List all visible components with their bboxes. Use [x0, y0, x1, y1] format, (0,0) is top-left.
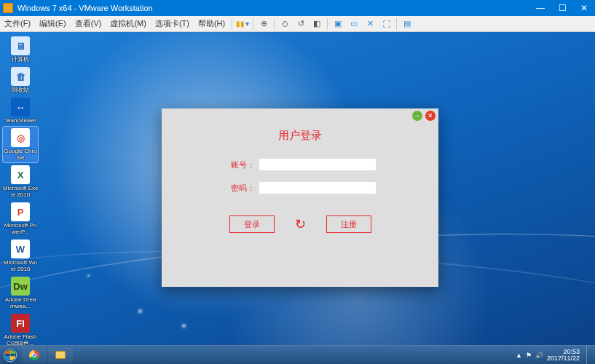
vm-unity-icon[interactable]: ▭	[348, 18, 360, 30]
desktop-icon[interactable]: DwAdobe Dreamwea...	[3, 275, 38, 311]
desktop-icon-label: TeamViewer	[4, 117, 36, 124]
vmware-titlebar: Windows 7 x64 - VMware Workstation — ☐ ✕	[0, 0, 595, 16]
menu-tabs[interactable]: 选项卡(T)	[151, 16, 194, 31]
desktop-icon[interactable]: FlAdobe Flash CS5绿色...	[3, 312, 38, 348]
vm-pause-icon[interactable]: ▮▮▾	[237, 18, 248, 30]
wallpaper-dot	[182, 324, 186, 328]
tray-date: 2017/11/22	[547, 355, 580, 362]
vm-snapshot-revert-icon[interactable]: ↺	[295, 18, 307, 30]
vmware-window-title: Windows 7 x64 - VMware Workstation	[16, 4, 529, 12]
desktop-icon[interactable]: ◎Google Chrome	[3, 127, 38, 162]
register-button[interactable]: 注册	[326, 215, 371, 233]
toolbar-separator	[253, 18, 253, 30]
start-button[interactable]	[0, 346, 20, 365]
window-close-button[interactable]: ✕	[573, 0, 595, 16]
taskbar-chrome-button[interactable]	[22, 347, 47, 363]
vm-library-icon[interactable]: ▤	[401, 18, 413, 30]
taskbar-explorer-button[interactable]	[48, 347, 73, 363]
tray-volume-icon[interactable]: 🔊	[535, 352, 543, 359]
refresh-icon[interactable]: ↻	[295, 216, 306, 232]
menu-vm[interactable]: 虚拟机(M)	[106, 16, 151, 31]
tray-show-hidden-icon[interactable]: ▲	[516, 352, 522, 359]
wallpaper-dot	[87, 274, 90, 277]
desktop-icon-glyph: ◎	[11, 128, 30, 147]
desktop-icon[interactable]: WMicrosoft Word 2010	[3, 238, 38, 274]
tray-action-center-icon[interactable]: ⚑	[526, 352, 532, 359]
desktop-icon-label: 计算机	[12, 56, 29, 63]
vm-fullscreen-icon[interactable]: ▣	[332, 18, 344, 30]
vmware-app-icon	[3, 3, 13, 13]
vm-console-icon[interactable]: ✕	[364, 18, 376, 30]
vmware-menubar: 文件(F) 编辑(E) 查看(V) 虚拟机(M) 选项卡(T) 帮助(H) ▮▮…	[0, 16, 595, 32]
desktop-icon-glyph: P	[11, 202, 30, 221]
desktop-icon-label: Google Chrome	[3, 148, 38, 161]
account-label: 账号：	[224, 159, 255, 170]
password-input[interactable]	[259, 182, 376, 194]
desktop-icon-glyph: X	[11, 165, 30, 184]
dialog-minimize-button[interactable]: –	[412, 111, 422, 121]
toolbar-separator	[232, 18, 232, 30]
toolbar-separator	[274, 18, 275, 30]
desktop-icon-glyph: ↔	[11, 98, 30, 116]
menu-file[interactable]: 文件(F)	[0, 16, 35, 31]
login-title: 用户登录	[162, 129, 438, 143]
desktop-icon[interactable]: ↔TeamViewer	[3, 96, 38, 125]
desktop-icon-label: Adobe Dreamwea...	[3, 296, 38, 309]
desktop-icon-label: Microsoft Excel 2010	[3, 185, 38, 198]
password-label: 密码：	[224, 183, 255, 194]
menu-help[interactable]: 帮助(H)	[194, 16, 229, 31]
desktop-icon[interactable]: PMicrosoft PowerP...	[3, 201, 38, 237]
desktop-icon[interactable]: 🖥计算机	[3, 35, 38, 64]
desktop-icon-glyph: Dw	[11, 277, 30, 296]
toolbar-separator	[327, 18, 328, 30]
window-maximize-button[interactable]: ☐	[551, 0, 573, 16]
vm-stretch-icon[interactable]: ⛶	[380, 18, 392, 30]
menu-edit[interactable]: 编辑(E)	[35, 16, 71, 31]
tray-clock[interactable]: 20:53 2017/11/22	[547, 349, 580, 362]
vm-snapshot-icon[interactable]: ⏲	[279, 18, 291, 30]
vm-send-cad-icon[interactable]: ⊕	[258, 18, 269, 30]
show-desktop-button[interactable]	[586, 346, 592, 365]
account-input[interactable]	[259, 159, 376, 170]
wallpaper-dot	[138, 309, 142, 313]
guest-taskbar: ▲ ⚑ 🔊 20:53 2017/11/22	[0, 345, 595, 364]
desktop-icon-label: Microsoft Word 2010	[3, 259, 38, 272]
desktop-icon[interactable]: 🗑回收站	[3, 66, 38, 95]
desktop-icon-glyph: 🗑	[11, 67, 30, 86]
desktop-icon-glyph: W	[11, 240, 30, 258]
desktop-icon[interactable]: XMicrosoft Excel 2010	[3, 164, 38, 199]
window-minimize-button[interactable]: —	[529, 0, 551, 16]
toolbar-separator	[396, 18, 397, 30]
desktop-icon-label: Microsoft PowerP...	[3, 222, 38, 235]
desktop-icons-area: 🖥计算机🗑回收站↔TeamViewer◎Google ChromeXMicros…	[3, 35, 38, 348]
dialog-close-button[interactable]: ✕	[425, 111, 436, 121]
menu-view[interactable]: 查看(V)	[71, 16, 106, 31]
desktop-icon-glyph: 🖥	[11, 36, 30, 55]
login-dialog: – ✕ 用户登录 账号： 密码： 登录 ↻ 注册	[162, 108, 438, 287]
desktop-icon-glyph: Fl	[11, 314, 30, 333]
vm-snapshot-manage-icon[interactable]: ◧	[311, 18, 323, 30]
login-button[interactable]: 登录	[229, 215, 275, 233]
desktop-icon-label: 回收站	[12, 87, 29, 93]
